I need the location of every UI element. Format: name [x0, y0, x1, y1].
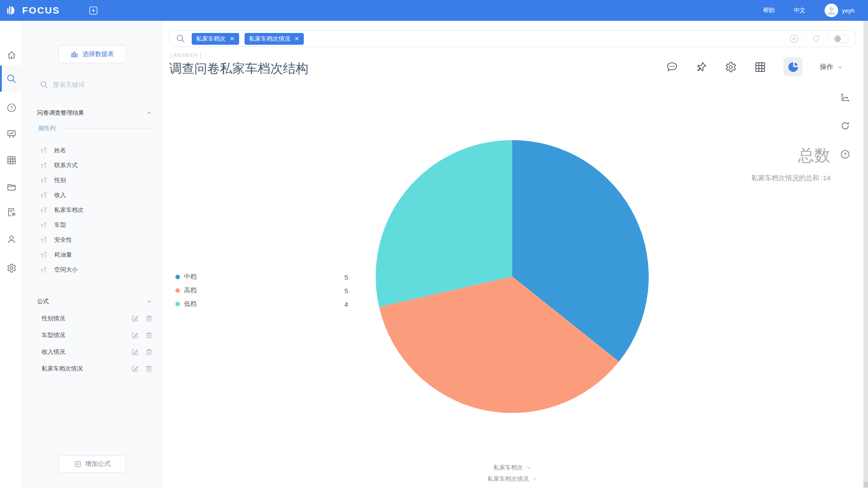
select-datatable-label: 选择数据表: [82, 50, 114, 58]
plus-square-icon: [74, 460, 81, 468]
rail-settings[interactable]: [0, 255, 23, 281]
attribute-item[interactable]: 私家车档次: [40, 202, 153, 217]
clear-query-icon[interactable]: [789, 34, 799, 43]
edit-icon[interactable]: [131, 348, 139, 356]
field-selector-label: 私家车档次: [494, 464, 523, 472]
text-attribute-icon: [40, 146, 48, 155]
auto-run-toggle[interactable]: [834, 35, 849, 43]
scrollbar-thumb[interactable]: [863, 482, 868, 487]
legend-value: 4: [344, 300, 348, 308]
text-attribute-icon: [40, 266, 48, 274]
pushpin-icon: [695, 61, 708, 73]
axis-chart-icon[interactable]: [840, 92, 850, 103]
rail-search[interactable]: [0, 66, 23, 92]
scrollbar-track[interactable]: [863, 21, 868, 488]
rail-user[interactable]: [0, 226, 23, 252]
formula-section-header[interactable]: 公式: [37, 297, 152, 305]
pin-button[interactable]: [695, 61, 708, 73]
focus-logo[interactable]: FOCUS: [6, 5, 60, 16]
rail-folder[interactable]: [0, 174, 23, 200]
topbar: FOCUS 帮助 中文 yeyh: [0, 0, 868, 21]
text-attribute-icon: [40, 191, 48, 199]
svg-text:?: ?: [844, 152, 846, 157]
remove-tag-icon[interactable]: ✕: [294, 36, 299, 42]
pie-view-button[interactable]: [783, 57, 802, 76]
answer-tag: [ ANSWER ]: [170, 52, 202, 58]
bar-chart-icon: [71, 51, 78, 58]
trash-icon[interactable]: [145, 331, 153, 339]
new-search-button[interactable]: [88, 5, 99, 16]
user-icon: [826, 5, 837, 16]
rail-table[interactable]: [0, 147, 23, 173]
query-tag[interactable]: 私家车档次✕: [192, 33, 239, 45]
legend-row[interactable]: 低档4: [175, 297, 348, 311]
field-selector[interactable]: 私家车档次: [494, 462, 531, 473]
formula-label[interactable]: 车型情况: [42, 331, 125, 339]
rail-dashboard[interactable]: [0, 121, 23, 147]
remove-tag-icon[interactable]: ✕: [230, 36, 235, 42]
query-tag-label: 私家车档次: [196, 35, 226, 43]
legend-value: 5: [344, 273, 348, 281]
formula-title: 公式: [37, 297, 49, 305]
language-link[interactable]: 中文: [794, 6, 806, 14]
user-menu[interactable]: yeyh: [825, 4, 854, 17]
trash-icon[interactable]: [145, 314, 153, 322]
question-circle-icon: ?: [6, 103, 17, 113]
formula-label[interactable]: 性别情况: [42, 314, 125, 323]
pie-chart[interactable]: [376, 140, 649, 413]
attribute-item[interactable]: 空间大小: [40, 262, 153, 277]
legend-row[interactable]: 中档5: [175, 270, 348, 284]
folder-icon: [6, 182, 17, 192]
sidebar-search-input[interactable]: 搜索关键词: [40, 80, 148, 89]
query-search-bar[interactable]: 私家车档次✕私家车档次情况✕: [169, 30, 856, 47]
text-attribute-icon: [40, 251, 48, 259]
attribute-item[interactable]: 联系方式: [40, 158, 153, 173]
divider: [62, 128, 152, 129]
field-selector[interactable]: 私家车档次情况: [488, 473, 537, 484]
legend-color-dot: [175, 275, 180, 279]
attribute-item[interactable]: 姓名: [40, 143, 153, 158]
sidebar-search-placeholder: 搜索关键词: [53, 81, 85, 89]
attribute-item[interactable]: 安全性: [40, 232, 153, 247]
pie-chart-icon: [787, 61, 800, 74]
chart-settings-button[interactable]: [725, 61, 737, 73]
reload-icon[interactable]: [840, 121, 850, 131]
legend-label: 高档: [184, 286, 197, 295]
formula-label[interactable]: 私家车档次情况: [42, 365, 125, 373]
formula-list: 性别情况车型情况收入情况私家车档次情况: [42, 310, 153, 377]
edit-icon[interactable]: [131, 314, 139, 322]
svg-text:?: ?: [10, 105, 13, 110]
select-datatable-button[interactable]: 选择数据表: [58, 45, 126, 63]
attribute-item[interactable]: 耗油量: [40, 247, 153, 262]
operate-dropdown[interactable]: 操作: [820, 63, 843, 71]
question-circle-icon[interactable]: ?: [840, 149, 850, 160]
attribute-item[interactable]: 车型: [40, 217, 153, 232]
trash-icon[interactable]: [145, 348, 153, 356]
help-link[interactable]: 帮助: [763, 6, 775, 14]
rail-report-config[interactable]: [0, 199, 23, 225]
rail-home[interactable]: [0, 42, 23, 68]
add-formula-button[interactable]: 增加公式: [58, 455, 126, 473]
avatar: [825, 4, 838, 17]
edit-icon[interactable]: [131, 365, 139, 372]
search-icon: [6, 73, 17, 84]
search-icon: [40, 80, 48, 89]
query-tag[interactable]: 私家车档次情况✕: [245, 33, 304, 45]
formula-label[interactable]: 收入情况: [42, 348, 125, 356]
legend-row[interactable]: 高档5: [175, 284, 348, 297]
chart-field-selectors: 私家车档次私家车档次情况: [433, 462, 591, 484]
trash-icon[interactable]: [145, 365, 153, 372]
chevron-down-icon: [837, 64, 843, 70]
rail-help[interactable]: ?: [0, 94, 23, 121]
grid-icon: [6, 155, 17, 165]
attribute-item[interactable]: 收入: [40, 188, 153, 202]
refresh-icon[interactable]: [812, 34, 821, 43]
comment-button[interactable]: [666, 61, 678, 73]
attribute-columns-label: 属性列: [38, 124, 56, 132]
brand-name: FOCUS: [22, 5, 60, 16]
edit-icon[interactable]: [131, 331, 139, 339]
text-attribute-icon: [40, 176, 48, 184]
attribute-item[interactable]: 性别: [40, 173, 153, 188]
table-view-button[interactable]: [754, 61, 766, 73]
dataset-section-header[interactable]: 问卷调查整理结果: [37, 109, 152, 117]
